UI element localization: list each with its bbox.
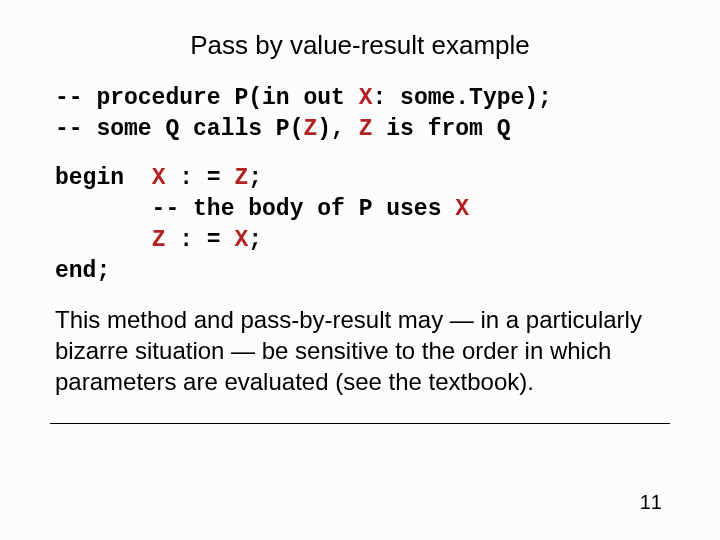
code-text: : some.Type); — [372, 85, 551, 111]
code-var-z: Z — [152, 227, 166, 253]
code-text: is from Q — [373, 116, 511, 142]
code-var-z: Z — [234, 165, 248, 191]
code-text: ; — [248, 227, 262, 253]
code-text: : = — [165, 165, 234, 191]
code-text — [55, 227, 152, 253]
body-paragraph: This method and pass-by-result may — in … — [55, 305, 665, 397]
divider-line — [50, 423, 670, 424]
code-text: ; — [248, 165, 262, 191]
code-keyword-end: end; — [55, 258, 110, 284]
code-var-x: X — [152, 165, 166, 191]
page-number: 11 — [640, 491, 662, 514]
code-text — [124, 165, 152, 191]
code-text: -- some Q calls P( — [55, 116, 303, 142]
code-var-x: X — [359, 85, 373, 111]
code-var-z: Z — [359, 116, 373, 142]
code-text: -- procedure P(in out — [55, 85, 359, 111]
code-keyword-begin: begin — [55, 165, 124, 191]
code-text: -- the body of P uses — [55, 196, 455, 222]
code-text: : = — [165, 227, 234, 253]
slide-title: Pass by value-result example — [95, 30, 625, 61]
code-var-x: X — [234, 227, 248, 253]
code-var-z: Z — [303, 116, 317, 142]
code-var-x: X — [455, 196, 469, 222]
code-text: ), — [317, 116, 358, 142]
code-comment-block: -- procedure P(in out X: some.Type);-- s… — [55, 83, 665, 145]
code-body-block: begin X : = Z; -- the body of P uses X Z… — [55, 163, 665, 287]
